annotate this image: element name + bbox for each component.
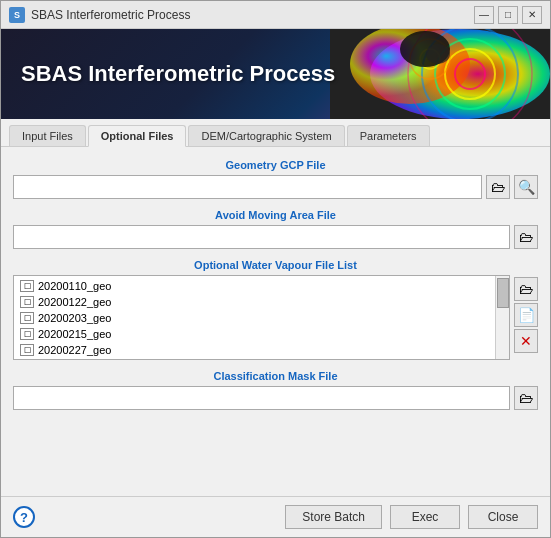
title-bar-left: S SBAS Interferometric Process <box>9 7 190 23</box>
list-item[interactable]: ☐ 20200203_geo <box>16 310 493 326</box>
scrollbar-thumb[interactable] <box>497 278 509 308</box>
list-item-icon: ☐ <box>20 344 34 356</box>
avoid-moving-label: Avoid Moving Area File <box>13 207 538 223</box>
main-content: Geometry GCP File 🗁 🔍 Avoid Moving Area … <box>1 147 550 496</box>
svg-point-11 <box>426 44 450 64</box>
geometry-gcp-group: Geometry GCP File 🗁 🔍 <box>13 157 538 199</box>
main-window: S SBAS Interferometric Process — □ ✕ SBA… <box>0 0 551 538</box>
geometry-gcp-label: Geometry GCP File <box>13 157 538 173</box>
optional-water-list-wrap: ☐ 20200110_geo ☐ 20200122_geo ☐ 20200203… <box>13 275 510 360</box>
list-scrollbar[interactable] <box>495 276 509 359</box>
tab-optional-files[interactable]: Optional Files <box>88 125 187 147</box>
classification-mask-input[interactable] <box>13 386 510 410</box>
water-list-open-button[interactable]: 🗁 <box>514 277 538 301</box>
list-item[interactable]: ☐ 20200122_geo <box>16 294 493 310</box>
minimize-button[interactable]: — <box>474 6 494 24</box>
title-bar-controls: — □ ✕ <box>474 6 542 24</box>
list-item-icon: ☐ <box>20 296 34 308</box>
list-content[interactable]: ☐ 20200110_geo ☐ 20200122_geo ☐ 20200203… <box>14 276 495 359</box>
app-icon: S <box>9 7 25 23</box>
classification-mask-label: Classification Mask File <box>13 368 538 384</box>
classification-mask-group: Classification Mask File 🗁 <box>13 368 538 410</box>
bottom-bar: ? Store Batch Exec Close <box>1 496 550 537</box>
classification-mask-row: 🗁 <box>13 386 538 410</box>
geometry-gcp-search-button[interactable]: 🔍 <box>514 175 538 199</box>
list-item-icon: ☐ <box>20 280 34 292</box>
exec-button[interactable]: Exec <box>390 505 460 529</box>
water-list-new-button[interactable]: 📄 <box>514 303 538 327</box>
bottom-right: Store Batch Exec Close <box>285 505 538 529</box>
title-bar: S SBAS Interferometric Process — □ ✕ <box>1 1 550 29</box>
list-side-buttons: 🗁 📄 ✕ <box>514 275 538 360</box>
header-title: SBAS Interferometric Process <box>1 61 355 87</box>
avoid-moving-input[interactable] <box>13 225 510 249</box>
interferogram-image <box>330 29 550 119</box>
window-title: SBAS Interferometric Process <box>31 8 190 22</box>
optional-water-group: Optional Water Vapour File List ☐ 202001… <box>13 257 538 360</box>
classification-mask-open-button[interactable]: 🗁 <box>514 386 538 410</box>
list-item[interactable]: ☐ 20200110_geo <box>16 278 493 294</box>
optional-water-label: Optional Water Vapour File List <box>13 257 538 273</box>
help-button[interactable]: ? <box>13 506 35 528</box>
close-window-button[interactable]: ✕ <box>522 6 542 24</box>
avoid-moving-row: 🗁 <box>13 225 538 249</box>
optional-water-row: ☐ 20200110_geo ☐ 20200122_geo ☐ 20200203… <box>13 275 538 360</box>
tab-dem-cartographic[interactable]: DEM/Cartographic System <box>188 125 344 146</box>
tab-parameters[interactable]: Parameters <box>347 125 430 146</box>
avoid-moving-group: Avoid Moving Area File 🗁 <box>13 207 538 249</box>
list-item-icon: ☐ <box>20 312 34 324</box>
list-item[interactable]: ☐ 20200227_geo <box>16 342 493 358</box>
list-item[interactable]: ☐ 20200215_geo <box>16 326 493 342</box>
header-banner: SBAS Interferometric Process <box>1 29 550 119</box>
geometry-gcp-row: 🗁 🔍 <box>13 175 538 199</box>
close-button[interactable]: Close <box>468 505 538 529</box>
maximize-button[interactable]: □ <box>498 6 518 24</box>
optional-water-list: ☐ 20200110_geo ☐ 20200122_geo ☐ 20200203… <box>13 275 510 360</box>
geometry-gcp-input[interactable] <box>13 175 482 199</box>
list-item-icon: ☐ <box>20 328 34 340</box>
store-batch-button[interactable]: Store Batch <box>285 505 382 529</box>
avoid-moving-open-button[interactable]: 🗁 <box>514 225 538 249</box>
bottom-left: ? <box>13 506 35 528</box>
tab-input-files[interactable]: Input Files <box>9 125 86 146</box>
geometry-gcp-open-button[interactable]: 🗁 <box>486 175 510 199</box>
water-list-delete-button[interactable]: ✕ <box>514 329 538 353</box>
tabs-bar: Input Files Optional Files DEM/Cartograp… <box>1 119 550 147</box>
